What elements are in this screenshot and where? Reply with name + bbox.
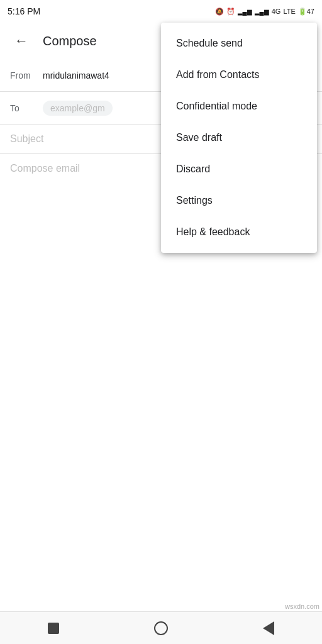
menu-item-save-draft[interactable]: Save draft <box>161 122 317 153</box>
status-time: 5:16 PM <box>8 6 40 16</box>
mute-icon: 🔕 <box>215 8 224 16</box>
recent-apps-button[interactable] <box>40 614 67 642</box>
dropdown-menu: Schedule send Add from Contacts Confiden… <box>161 23 317 253</box>
back-arrow-icon: ← <box>14 33 28 49</box>
status-icons: 🔕 ⏰ ▂▄▆ ▂▄▆ 4G LTE 🔋47 <box>215 8 314 16</box>
status-bar: 5:16 PM 🔕 ⏰ ▂▄▆ ▂▄▆ 4G LTE 🔋47 <box>0 0 322 23</box>
lte-label: LTE <box>283 8 295 15</box>
menu-item-help-feedback[interactable]: Help & feedback <box>161 216 317 248</box>
menu-item-settings[interactable]: Settings <box>161 185 317 216</box>
subject-placeholder[interactable]: Subject <box>10 133 43 144</box>
network-label: 4G <box>272 8 281 15</box>
back-button[interactable]: ← <box>10 30 33 52</box>
menu-item-schedule-send[interactable]: Schedule send <box>161 28 317 59</box>
bottom-nav <box>0 611 322 644</box>
from-label: From <box>10 70 43 80</box>
signal-icon-2: ▂▄▆ <box>255 8 269 15</box>
menu-item-add-from-contacts[interactable]: Add from Contacts <box>161 59 317 91</box>
signal-icon: ▂▄▆ <box>238 8 252 15</box>
home-button[interactable] <box>147 614 175 642</box>
recent-apps-icon <box>48 623 59 634</box>
back-nav-button[interactable] <box>255 614 282 642</box>
menu-item-discard[interactable]: Discard <box>161 153 317 185</box>
menu-item-confidential-mode[interactable]: Confidential mode <box>161 91 317 122</box>
home-icon <box>154 621 168 635</box>
back-nav-icon <box>263 621 274 635</box>
alarm-icon: ⏰ <box>226 8 235 16</box>
watermark: wsxdn.com <box>285 602 319 610</box>
compose-placeholder[interactable]: Compose email <box>10 163 80 174</box>
to-label: To <box>10 103 43 113</box>
battery-label: 🔋47 <box>298 8 314 16</box>
to-input[interactable]: example@gm <box>43 101 113 116</box>
